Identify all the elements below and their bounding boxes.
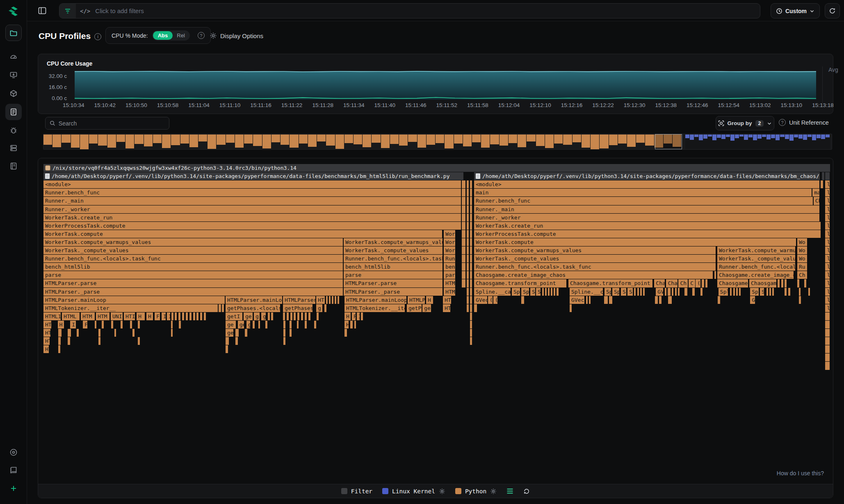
flame-cell[interactable] <box>684 288 687 296</box>
flame-cell[interactable] <box>467 189 469 196</box>
flame-cell[interactable]: Work <box>444 230 455 238</box>
flame-cell[interactable]: Work <box>444 246 455 254</box>
flame-cell[interactable] <box>586 296 588 304</box>
flame-cell[interactable] <box>589 296 591 304</box>
flame-cell[interactable] <box>462 205 465 213</box>
flame-cell[interactable] <box>637 288 639 296</box>
flame-cell[interactable] <box>462 246 465 254</box>
flame-cell[interactable] <box>138 337 140 345</box>
flame-cell[interactable] <box>283 312 285 320</box>
flame-cell[interactable]: H <box>344 312 351 320</box>
flame-cell[interactable] <box>702 279 704 287</box>
flame-cell[interactable] <box>182 312 184 320</box>
flame-cell[interactable]: Chaosgame.transform_point <box>568 279 652 287</box>
flame-cell[interactable]: Runner.bench_func.<locals>.task_func <box>43 255 343 262</box>
flame-cell[interactable] <box>287 312 289 320</box>
app-logo[interactable] <box>5 3 22 20</box>
flame-cell[interactable]: l <box>825 230 830 238</box>
sidebar-item-dashboard[interactable] <box>5 48 22 65</box>
flame-cell[interactable] <box>825 329 830 337</box>
flame-cell[interactable]: Ch <box>797 271 807 279</box>
flame-cell[interactable]: l <box>825 288 830 296</box>
flame-cell[interactable] <box>58 345 60 353</box>
flame-cell[interactable]: Sp <box>604 288 611 296</box>
flame-cell[interactable]: HT <box>43 321 51 328</box>
flame-cell[interactable] <box>545 288 547 296</box>
flame-cell[interactable]: ma <box>812 189 819 196</box>
flame-cell[interactable]: bench_html5lib <box>344 263 443 271</box>
flame-cell[interactable] <box>467 255 469 262</box>
flame-cell[interactable]: S <box>530 288 535 296</box>
flame-cell[interactable]: HTMLTokenizer.__iter <box>344 304 405 312</box>
flame-cell[interactable] <box>283 337 285 345</box>
flame-cell[interactable]: l <box>825 222 830 230</box>
flame-cell[interactable]: I <box>357 312 360 320</box>
flame-cell[interactable] <box>714 271 716 279</box>
flame-cell[interactable]: Wo <box>797 246 807 254</box>
flame-cell[interactable] <box>132 329 135 337</box>
flame-cell[interactable]: HTMLParser <box>283 296 315 304</box>
flame-cell[interactable]: ge <box>226 329 233 337</box>
sidebar-item-docs[interactable] <box>5 462 22 479</box>
sidebar-item-profiles[interactable] <box>5 104 22 120</box>
flame-cell[interactable] <box>604 296 608 304</box>
flame-cell[interactable]: GVect <box>570 296 584 304</box>
flame-cell[interactable] <box>730 288 732 296</box>
flame-cell[interactable] <box>570 304 572 312</box>
flame-cell[interactable]: HTML <box>444 288 455 296</box>
flame-cell[interactable]: WorkerTask._compute_values <box>43 246 343 254</box>
flame-cell[interactable] <box>305 312 307 320</box>
flame-cell[interactable] <box>825 321 830 328</box>
flame-cell[interactable] <box>462 197 465 205</box>
flame-cell[interactable]: Spl <box>750 288 759 296</box>
flame-cell[interactable]: Work <box>444 238 455 246</box>
flame-cell[interactable] <box>462 238 465 246</box>
flame-cell[interactable]: WorkerTask.compute <box>474 238 796 246</box>
flame-cell[interactable] <box>470 304 472 312</box>
flame-cell[interactable] <box>308 312 310 320</box>
flame-cell[interactable]: Cha <box>666 279 677 287</box>
flame-cell[interactable] <box>470 246 472 254</box>
flamegraph[interactable]: /nix/store/vq0fr4a5zlxqqwss20wjgfw3xw4xf… <box>43 164 830 394</box>
sidebar-item-ingest[interactable] <box>5 67 22 83</box>
flame-cell[interactable]: HTMLP <box>408 296 425 304</box>
flame-cell[interactable]: WorkerProcessTask.compute <box>43 222 461 230</box>
flame-cell[interactable] <box>314 321 316 328</box>
flame-cell[interactable] <box>290 321 292 328</box>
flame-cell[interactable]: ge <box>238 321 244 328</box>
flame-cell[interactable]: l <box>825 263 830 271</box>
flame-cell[interactable] <box>470 180 472 188</box>
flame-cell[interactable] <box>470 263 472 271</box>
flame-cell[interactable]: Chaosgame.create_image_chac <box>717 271 794 279</box>
flame-cell[interactable]: l <box>825 271 830 279</box>
flame-cell[interactable] <box>121 321 123 328</box>
flame-cell[interactable] <box>462 279 465 287</box>
flame-cell[interactable] <box>193 312 195 320</box>
flame-cell[interactable]: HTMLParser.mainLoop <box>226 296 282 304</box>
flame-cell[interactable]: Wo <box>797 255 807 262</box>
flame-cell[interactable] <box>68 337 70 345</box>
sidebar-item-storage[interactable] <box>5 140 22 156</box>
flame-cell[interactable] <box>335 296 336 304</box>
flame-cell[interactable]: HTMLParser.mainLoop <box>344 296 406 304</box>
flame-cell[interactable]: GVec <box>474 296 487 304</box>
flame-cell[interactable]: Sp <box>612 288 619 296</box>
reset-view-button[interactable] <box>523 488 530 495</box>
flame-cell[interactable] <box>825 345 830 353</box>
flame-cell[interactable]: Runner.bench_func <box>474 197 813 205</box>
flame-cell[interactable]: ( <box>488 296 493 304</box>
flame-cell[interactable] <box>634 288 636 296</box>
flame-cell[interactable] <box>258 321 260 328</box>
flame-cell[interactable]: H <box>137 312 145 320</box>
flame-cell[interactable] <box>77 329 79 337</box>
refresh-button[interactable] <box>825 3 840 18</box>
flame-cell[interactable] <box>467 271 469 279</box>
flame-cell[interactable]: /home/ath/Desktop/pyperf/.venv/lib/pytho… <box>43 172 463 180</box>
flame-cell[interactable]: H <box>344 321 349 328</box>
flame-cell[interactable]: I <box>361 312 363 320</box>
flame-cell[interactable] <box>788 288 790 296</box>
flame-cell[interactable]: l <box>825 214 830 221</box>
flame-cell[interactable] <box>470 271 472 279</box>
flame-cell[interactable] <box>470 321 472 328</box>
flame-cell[interactable] <box>222 304 224 312</box>
